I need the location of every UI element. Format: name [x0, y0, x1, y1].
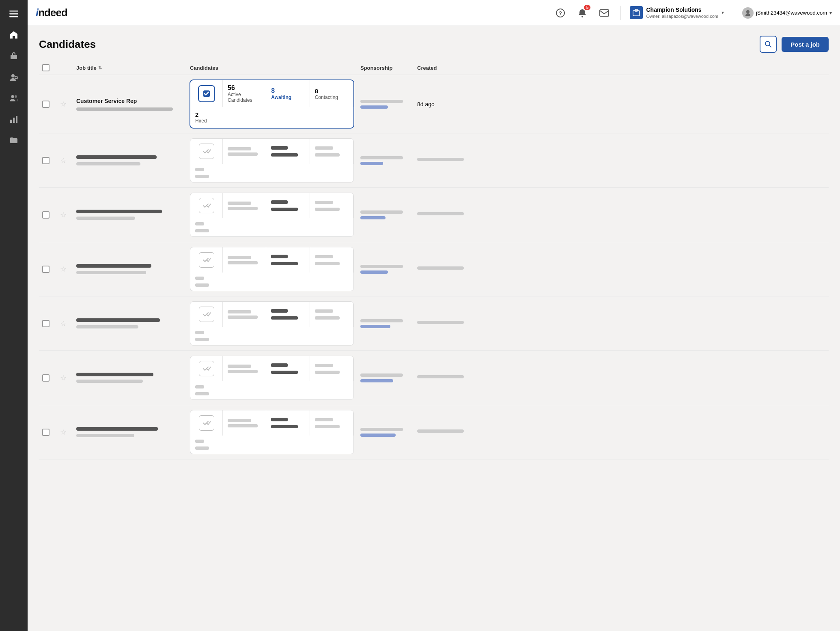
sponsorship-cell	[357, 373, 414, 382]
mail-button[interactable]	[597, 6, 612, 20]
row-checkbox[interactable]	[42, 429, 50, 436]
skel-stat-3	[310, 139, 353, 164]
skel-bar	[228, 365, 251, 368]
candidate-card[interactable]	[190, 301, 354, 346]
candidate-card[interactable]	[190, 410, 354, 454]
row-checkbox[interactable]	[42, 211, 50, 219]
card-icon	[190, 80, 223, 107]
skel-bar	[195, 277, 204, 280]
candidate-card[interactable]	[190, 247, 354, 291]
company-selector[interactable]: Champion Solutions Owner: alisapazos@wav…	[630, 6, 724, 19]
row-checkbox-cell	[39, 157, 57, 164]
notifications-button[interactable]: 5	[575, 6, 590, 20]
select-all-checkbox[interactable]	[42, 64, 50, 71]
svg-rect-9	[10, 120, 12, 123]
skel-stat-1	[223, 193, 266, 218]
skel-bar-dark	[271, 153, 298, 157]
skel-bar	[195, 168, 204, 171]
skel-bar	[228, 316, 258, 319]
people-icon[interactable]	[5, 89, 23, 107]
row-checkbox[interactable]	[42, 320, 50, 327]
skel-bar	[315, 371, 340, 374]
job-title-cell	[73, 264, 187, 274]
th-star	[57, 64, 73, 71]
job-title-bar-bot	[76, 271, 146, 274]
table-row: ☆	[39, 296, 829, 351]
row-checkbox[interactable]	[42, 157, 50, 164]
job-title-cell	[73, 318, 187, 328]
candidate-card[interactable]	[190, 193, 354, 237]
svg-rect-11	[16, 116, 17, 123]
svg-rect-1	[9, 13, 18, 15]
user-menu[interactable]: jSmith23434@wavewood.com ▾	[742, 7, 832, 19]
table-row: ☆	[39, 188, 829, 242]
awaiting-stat: 8 Awaiting	[266, 80, 310, 107]
skel-bar	[228, 419, 251, 422]
job-title-bar-top	[76, 155, 157, 159]
skel-bar	[315, 146, 333, 150]
created-bar	[417, 266, 464, 270]
skel-bar-dark	[271, 425, 298, 428]
skel-bar	[195, 392, 209, 395]
star-button[interactable]: ☆	[60, 100, 67, 109]
candidate-card-highlighted[interactable]: 56 Active Candidates 8 Awaiting 8 Contac…	[190, 80, 354, 128]
search-button[interactable]	[760, 36, 777, 53]
chart-icon[interactable]	[5, 110, 23, 128]
user-chevron: ▾	[829, 10, 832, 16]
star-button[interactable]: ☆	[60, 428, 67, 437]
skel-stat-2	[266, 139, 310, 164]
search-people-icon[interactable]	[5, 68, 23, 86]
star-button[interactable]: ☆	[60, 265, 67, 274]
th-created: Created	[414, 64, 487, 71]
help-button[interactable]: ?	[553, 6, 568, 20]
skel-bar-dark	[271, 255, 288, 258]
table-header: Job title ⇅ Candidates Sponsorship Creat…	[39, 61, 829, 75]
skel-icon-cell	[190, 139, 223, 164]
sponsorship-cell	[357, 210, 414, 219]
candidates-cell	[187, 301, 357, 346]
svg-point-5	[15, 76, 17, 79]
star-button[interactable]: ☆	[60, 319, 67, 328]
sponsorship-cell	[357, 100, 414, 109]
briefcase-icon[interactable]	[5, 47, 23, 65]
star-button[interactable]: ☆	[60, 210, 67, 219]
candidate-card[interactable]	[190, 356, 354, 400]
skel-bar	[315, 364, 333, 367]
spon-bar-2	[360, 379, 393, 382]
skel-bar-dark	[271, 146, 288, 150]
home-icon[interactable]	[5, 26, 23, 44]
skel-icon-box	[199, 415, 214, 431]
candidate-card[interactable]	[190, 138, 354, 182]
created-cell	[414, 375, 487, 381]
job-title-bar-top	[76, 318, 160, 322]
skel-bar	[195, 440, 204, 443]
nav-divider-2	[733, 6, 733, 20]
row-checkbox[interactable]	[42, 101, 50, 108]
th-job-title[interactable]: Job title ⇅	[73, 64, 187, 71]
notification-badge: 5	[584, 5, 590, 10]
skel-bar	[195, 222, 204, 225]
created-text: 8d ago	[417, 101, 435, 107]
svg-text:?: ?	[559, 10, 562, 16]
company-text: Champion Solutions Owner: alisapazos@wav…	[646, 6, 718, 19]
folder-icon[interactable]	[5, 131, 23, 149]
post-job-button[interactable]: Post a job	[782, 37, 829, 52]
svg-point-14	[582, 16, 583, 17]
main-content: indeed ? 5	[28, 0, 840, 631]
skel-bar	[315, 262, 340, 265]
row-checkbox[interactable]	[42, 374, 50, 382]
row-checkbox[interactable]	[42, 266, 50, 273]
skel-stat-2	[266, 247, 310, 273]
active-label: Active Candidates	[228, 92, 261, 103]
company-icon	[630, 6, 643, 19]
skel-bar	[195, 331, 204, 334]
spon-bar-1	[360, 319, 403, 322]
job-title-bar-top	[76, 373, 153, 376]
menu-icon[interactable]	[5, 5, 23, 23]
candidates-cell: 56 Active Candidates 8 Awaiting 8 Contac…	[187, 80, 357, 128]
star-button[interactable]: ☆	[60, 156, 67, 165]
star-button[interactable]: ☆	[60, 373, 67, 382]
skel-stat-3	[310, 247, 353, 273]
skel-bar	[228, 310, 251, 313]
row-star-cell: ☆	[57, 265, 73, 274]
